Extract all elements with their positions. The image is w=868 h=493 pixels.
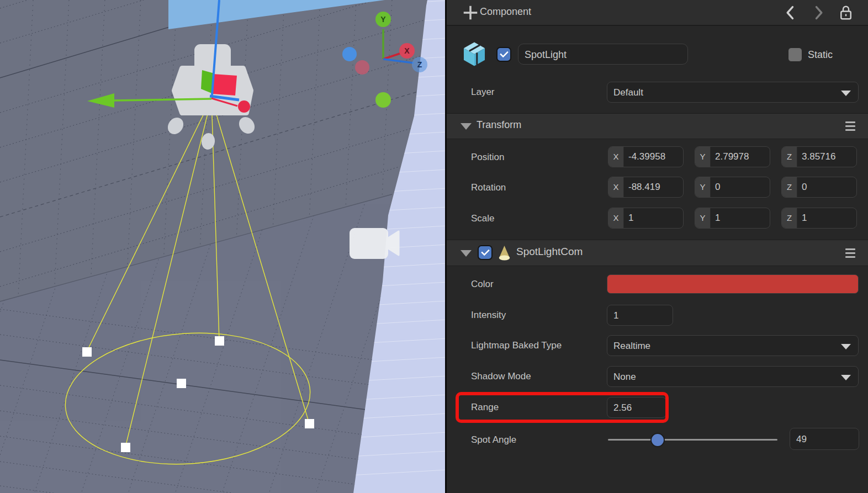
spot-angle-value-field[interactable]: 49 [790,428,859,450]
dropdown-caret-icon [841,91,851,96]
axis-ball-negy[interactable] [375,92,391,108]
add-component-icon[interactable] [462,4,479,21]
axis-tag-x: X [608,147,624,167]
spotlightcom-section-header[interactable]: SpotLightCom [447,240,868,266]
lightmap-baked-type-label: Lightmap Baked Type [471,335,562,357]
spotlightcom-enabled-checkbox[interactable] [478,245,493,260]
axis-tag-z: Z [782,177,797,197]
axis-tag-z: Z [782,208,797,228]
gizmo-red-ball[interactable] [238,100,250,113]
transform-title: Transform [477,119,521,131]
add-component-label[interactable]: Component [480,6,531,18]
cone-handle[interactable] [82,347,92,357]
rotation-y-value[interactable]: 0 [711,177,770,197]
static-label: Static [808,44,833,66]
axis-label-z: Z [417,60,422,69]
position-z-value[interactable]: 3.85716 [797,147,856,167]
collapse-triangle-icon[interactable] [461,250,472,257]
shadow-mode-label: Shadow Mode [471,365,531,388]
axis-tag-y: Y [695,177,711,197]
intensity-field[interactable]: 1 [607,305,673,326]
axis-label-y: Y [380,15,386,24]
light-color-swatch[interactable] [607,274,859,294]
spotlightcom-title: SpotLightCom [516,246,583,258]
layer-value: Default [613,87,643,98]
spotlight-cone-icon [496,245,512,261]
scene-viewport[interactable]: Y X Z [0,0,445,493]
axis-ball-negx[interactable] [342,47,357,61]
lock-icon[interactable] [838,4,854,21]
scale-x-field[interactable]: X 1 [608,208,684,229]
rotation-x-field[interactable]: X -88.419 [608,177,684,198]
axis-tag-y: Y [695,208,711,228]
back-icon[interactable] [782,4,799,21]
static-checkbox[interactable] [788,47,802,62]
position-y-value[interactable]: 2.79978 [711,147,770,167]
axis-ball-negz[interactable] [355,60,369,75]
range-field[interactable]: 2.56 [607,397,666,418]
entity-cube-icon [462,41,487,67]
layer-label: Layer [471,81,495,103]
dropdown-caret-icon [841,344,851,349]
cone-handle[interactable] [305,419,314,428]
rotation-label: Rotation [471,177,506,199]
scale-y-value[interactable]: 1 [711,208,770,228]
spot-angle-slider-track[interactable] [608,439,777,441]
cone-handle[interactable] [215,336,224,346]
axis-label-x: X [404,46,410,55]
cone-center-handle[interactable] [177,379,186,388]
lightmap-baked-type-dropdown[interactable]: Realtime [607,335,859,356]
intensity-label: Intensity [471,304,506,326]
entity-name-field[interactable]: SpotLight [518,44,688,65]
dropdown-caret-icon [841,375,851,380]
position-z-field[interactable]: Z 3.85716 [781,146,857,167]
component-header-bar: Component [447,0,868,26]
shadow-mode-dropdown[interactable]: None [607,366,859,387]
range-label: Range [471,396,499,418]
scale-z-field[interactable]: Z 1 [781,208,857,229]
lightmap-baked-type-value: Realtime [613,341,650,351]
rotation-z-field[interactable]: Z 0 [781,177,857,198]
spotlightcom-menu-icon[interactable] [845,248,855,258]
axis-tag-x: X [608,208,624,228]
inspector-panel: Component SpotLight Static La [445,0,868,493]
rotation-z-value[interactable]: 0 [797,177,856,197]
shadow-mode-value: None [613,372,636,382]
scale-x-value[interactable]: 1 [624,208,683,228]
collapse-triangle-icon[interactable] [461,123,472,130]
gizmo-plane-handle-red[interactable] [212,74,237,96]
scale-y-field[interactable]: Y 1 [695,208,770,229]
position-y-field[interactable]: Y 2.79978 [695,146,770,167]
scale-label: Scale [471,208,495,230]
scale-z-value[interactable]: 1 [797,208,856,228]
spot-angle-label: Spot Angle [471,429,516,451]
forward-icon[interactable] [810,4,827,21]
layer-dropdown[interactable]: Default [607,82,859,103]
position-label: Position [471,146,504,168]
position-x-value[interactable]: -4.39958 [624,147,683,167]
transform-menu-icon[interactable] [845,121,855,131]
app-window: Y X Z Component [0,0,868,493]
axis-tag-y: Y [695,147,711,167]
position-x-field[interactable]: X -4.39958 [608,146,684,167]
cone-handle[interactable] [121,443,130,452]
transform-section-header[interactable]: Transform [447,113,868,139]
spot-angle-slider-thumb[interactable] [650,433,665,447]
axis-tag-x: X [608,177,624,197]
rotation-y-field[interactable]: Y 0 [695,177,770,198]
color-label: Color [471,273,494,295]
axis-tag-z: Z [782,147,797,167]
entity-enabled-checkbox[interactable] [496,47,511,62]
rotation-x-value[interactable]: -88.419 [624,177,683,197]
